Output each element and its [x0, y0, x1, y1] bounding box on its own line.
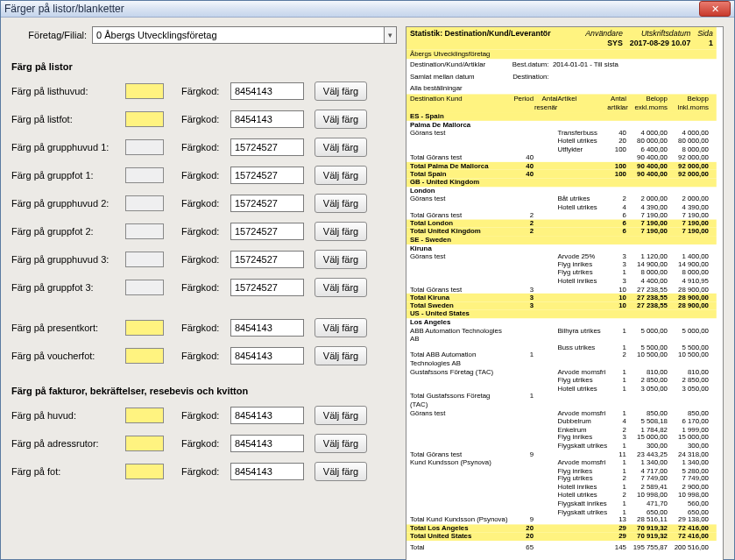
window-title: Färger på listor/blanketter	[4, 3, 124, 15]
pick-button-presentkort[interactable]: Välj färg	[314, 318, 367, 337]
label-voucherfot: Färg på voucherfot:	[11, 351, 125, 361]
fargkod-label: Färgkod:	[181, 282, 230, 293]
swatch-presentkort[interactable]	[125, 320, 164, 336]
label-presentkort: Färg på presentkort:	[11, 323, 125, 333]
code-input-gruppfot1[interactable]	[230, 167, 304, 184]
swatch-voucherfot[interactable]	[125, 348, 164, 364]
pick-button-huvud[interactable]: Välj färg	[314, 406, 367, 425]
code-input-adressrutor[interactable]	[230, 435, 304, 452]
pick-button-listhuvud[interactable]: Välj färg	[314, 82, 367, 101]
company-label: Företag/Filial:	[11, 30, 87, 40]
fargkod-label: Färgkod:	[181, 323, 230, 333]
pick-button-listfot[interactable]: Välj färg	[314, 110, 367, 129]
fargkod-label: Färgkod:	[181, 254, 230, 265]
label-listhuvud: Färg på listhuvud:	[11, 86, 125, 96]
close-icon[interactable]: ✕	[699, 1, 731, 17]
report-preview: Statistik: Destination/Kund/LeverantörAn…	[406, 26, 724, 560]
swatch-adressrutor[interactable]	[125, 436, 164, 451]
fargkod-label: Färgkod:	[181, 438, 230, 449]
code-input-gruppfot2[interactable]	[230, 223, 304, 240]
pick-button-grupphuvud1[interactable]: Välj färg	[314, 138, 367, 157]
swatch-gruppfot1[interactable]	[125, 167, 164, 183]
fargkod-label: Färgkod:	[181, 351, 230, 361]
swatch-huvud[interactable]	[125, 408, 164, 423]
label-gruppfot3: Färg på gruppfot 3:	[11, 282, 125, 293]
swatch-grupphuvud1[interactable]	[125, 139, 164, 155]
pick-button-fot[interactable]: Välj färg	[314, 462, 367, 481]
pick-button-gruppfot1[interactable]: Välj färg	[314, 166, 367, 185]
fargkod-label: Färgkod:	[181, 86, 230, 96]
company-input[interactable]: 0 Åbergs Utvecklingsföretag	[92, 26, 385, 44]
code-input-grupphuvud1[interactable]	[230, 138, 304, 156]
label-gruppfot2: Färg på gruppfot 2:	[11, 226, 125, 237]
dialog-window: Färger på listor/blanketter ✕ Företag/Fi…	[0, 0, 735, 560]
code-input-listfot[interactable]	[230, 110, 304, 128]
code-input-huvud[interactable]	[230, 407, 304, 424]
pick-button-gruppfot3[interactable]: Välj färg	[314, 278, 367, 297]
titlebar: Färger på listor/blanketter ✕	[1, 1, 734, 18]
left-pane: Företag/Filial: 0 Åbergs Utvecklingsföre…	[11, 26, 397, 560]
label-adressrutor: Färg på adressrutor:	[11, 438, 125, 449]
fargkod-label: Färgkod:	[181, 170, 230, 181]
swatch-gruppfot3[interactable]	[125, 280, 164, 295]
code-input-listhuvud[interactable]	[230, 82, 304, 100]
code-input-grupphuvud3[interactable]	[230, 251, 304, 268]
label-gruppfot1: Färg på gruppfot 1:	[11, 170, 125, 181]
swatch-fot[interactable]	[125, 464, 164, 479]
fargkod-label: Färgkod:	[181, 198, 230, 209]
pick-button-grupphuvud2[interactable]: Välj färg	[314, 194, 367, 213]
fargkod-label: Färgkod:	[181, 114, 230, 124]
label-grupphuvud3: Färg på grupphuvud 3:	[11, 254, 125, 265]
label-huvud: Färg på huvud:	[11, 410, 125, 421]
pick-button-grupphuvud3[interactable]: Välj färg	[314, 250, 367, 269]
fargkod-label: Färgkod:	[181, 466, 230, 477]
code-input-fot[interactable]	[230, 463, 304, 480]
label-fot: Färg på fot:	[11, 466, 125, 477]
fargkod-label: Färgkod:	[181, 226, 230, 237]
fargkod-label: Färgkod:	[181, 142, 230, 152]
swatch-grupphuvud2[interactable]	[125, 195, 164, 211]
pick-button-voucherfot[interactable]: Välj färg	[314, 346, 367, 365]
swatch-listfot[interactable]	[125, 111, 164, 127]
swatch-listhuvud[interactable]	[125, 83, 164, 99]
section-fakturor: Färg på fakturor, bekräftelser, resebevi…	[11, 386, 397, 396]
code-input-voucherfot[interactable]	[230, 347, 304, 365]
pick-button-adressrutor[interactable]: Välj färg	[314, 434, 367, 453]
swatch-grupphuvud3[interactable]	[125, 252, 164, 267]
section-listor: Färg på listor	[11, 61, 397, 72]
label-grupphuvud2: Färg på grupphuvud 2:	[11, 198, 125, 209]
fargkod-label: Färgkod:	[181, 410, 230, 421]
code-input-gruppfot3[interactable]	[230, 279, 304, 296]
dropdown-icon[interactable]: ▾	[385, 26, 397, 44]
pick-button-gruppfot2[interactable]: Välj färg	[314, 222, 367, 241]
code-input-presentkort[interactable]	[230, 319, 304, 337]
code-input-grupphuvud2[interactable]	[230, 195, 304, 212]
swatch-gruppfot2[interactable]	[125, 223, 164, 239]
label-listfot: Färg på listfot:	[11, 114, 125, 124]
label-grupphuvud1: Färg på grupphuvud 1:	[11, 142, 125, 152]
